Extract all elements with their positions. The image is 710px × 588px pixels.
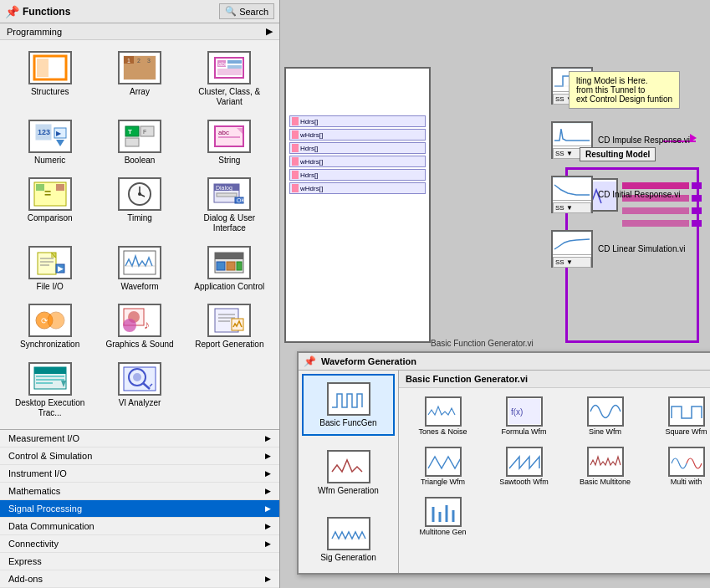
main-content: Hdrs[] wHdrs[] Hdrs[] wHdrs[] Hdrs[] wHd… [280,0,710,588]
wfm-item-wfm-generation[interactable]: Wfm Generation [302,442,395,503]
sidebar-item-report[interactable]: Report Generation [186,299,273,355]
sidebar-item-desktop[interactable]: Desktop Execution Trac... [7,358,93,423]
wfm-basic-multitone[interactable]: Basic Multitone [566,443,644,490]
tooltip-bubble: lting Model is Here. from this Tunnel to… [569,71,680,109]
wfm-item-basic-funcgen[interactable]: Basic FuncGen [302,374,395,436]
sidebar-item-numeric[interactable]: 123 ▶ Numeric [7,115,93,171]
sidebar-item-control-simulation[interactable]: Control & Simulation ▶ [0,447,279,465]
wfm-sine-wfm[interactable]: Sine Wfm [566,393,644,440]
wfm-formula-wfm[interactable]: f(x) Formula Wfm [485,393,563,440]
wfm-item-sig-generation[interactable]: Sig Generation [302,509,395,570]
svg-rect-9 [124,71,134,79]
cd-impulse-ss-label: SS ▼ [555,150,573,157]
boolean-label: Boolean [125,156,156,166]
appcontrol-icon-box [207,246,251,279]
basic-func-gen-label: Basic Function Generator.vi [431,339,534,348]
cd-linear-chart [553,232,591,255]
desktop-icon-box [28,362,72,396]
string-svg: abc [212,123,247,150]
cluster-label: Cluster, Class, & Variant [189,87,270,107]
programming-bar[interactable]: Programming ▶ [0,23,279,40]
sidebar-item-fileio[interactable]: ▶ File I/O [7,242,93,297]
mathematics-label: Mathematics [8,486,60,496]
tones-noise-icon [425,396,462,427]
wfm-multi-with[interactable]: Multi with [647,443,710,490]
sidebar-item-signal-processing[interactable]: Signal Processing ▶ [0,500,279,518]
wfm-square-wfm[interactable]: Square Wfm [647,393,710,440]
wfm-multitone-gen[interactable]: Multitone Gen [404,493,482,540]
programming-label: Programming [7,27,62,37]
numeric-svg: 123 ▶ [33,123,68,150]
vianalyzer-label: VI Analyzer [119,398,161,408]
sidebar-item-measurement-io[interactable]: Measurement I/O ▶ [0,430,279,447]
sidebar-item-graphics[interactable]: ♪ Graphics & Sound [96,299,182,355]
sidebar-item-addons[interactable]: Add-ons ▶ [0,570,279,588]
wfm-triangle-wfm[interactable]: Triangle Wfm [404,443,482,490]
basic-multitone-svg [589,448,622,475]
sidebar-item-structures[interactable]: Structures [7,47,93,112]
sig-generation-svg [329,519,369,549]
fileio-svg: ▶ [33,249,68,276]
cd-initial-ss-label: SS ▼ [555,204,573,212]
sidebar-item-comparison[interactable]: = Comparison [7,173,93,238]
cd-initial-icon: SS ▼ [551,176,593,213]
string-icon-box: abc [207,120,251,153]
svg-marker-23 [56,140,64,146]
pin-icon: 📌 [5,5,19,18]
cluster-icon-box: abc [207,51,251,84]
fileio-label: File I/O [37,282,64,292]
search-button[interactable]: 🔍 Search [219,3,274,19]
svg-rect-62 [217,262,225,270]
wfm-tones-noise[interactable]: Tones & Noise [404,393,482,440]
sync-icon-box: ⟳ [28,304,72,337]
sidebar-items: Measurement I/O ▶ Control & Simulation ▶… [0,429,279,588]
svg-rect-33 [218,136,240,138]
cd-linear-ss-label: SS ▼ [555,258,573,266]
sidebar-item-appcontrol[interactable]: Application Control [186,242,273,297]
sidebar-item-waveform[interactable]: Waveform [96,242,182,297]
svg-text:f(x): f(x) [511,407,523,417]
sidebar-item-vianalyzer[interactable]: VI Analyzer [96,358,182,423]
sine-wfm-label: Sine Wfm [589,428,621,437]
svg-text:T: T [128,128,132,135]
wfm-generation-label: Wfm Generation [318,486,379,495]
wfm-sawtooth-wfm[interactable]: Sawtooth Wfm [485,443,563,490]
sidebar-item-timing[interactable]: Timing [96,173,182,238]
sig-generation-label: Sig Generation [320,553,376,562]
cd-linear-icon: SS ▼ [551,230,593,268]
dialog-svg: Dialog OK [212,181,247,207]
sidebar-item-connectivity[interactable]: Connectivity ▶ [0,535,279,553]
svg-rect-8 [144,64,156,71]
sidebar-item-boolean[interactable]: T F Boolean [96,115,182,171]
hdrs-line-6: wHdrs[] [289,182,426,194]
svg-rect-78 [34,367,66,374]
sidebar-item-sync[interactable]: ⟳ Synchronization [7,299,93,355]
hdrs-line-1: Hdrs[] [289,115,426,127]
svg-rect-102 [671,399,702,424]
svg-rect-106 [671,449,702,474]
fileio-icon-box: ▶ [28,246,72,279]
sidebar-item-mathematics[interactable]: Mathematics ▶ [0,483,279,500]
cd-initial-chart [553,177,591,201]
svg-rect-93 [553,233,591,254]
instrument-io-label: Instrument I/O [8,468,67,478]
control-simulation-arrow: ▶ [265,452,271,460]
report-label: Report Generation [195,340,263,350]
svg-rect-101 [590,399,621,424]
hdrs-line-4: wHdrs[] [289,156,426,167]
sawtooth-wfm-svg [508,448,541,475]
sidebar-item-dialog[interactable]: Dialog OK Dialog & User Interface [186,173,273,238]
cd-linear-label: CD Linear Simulation.vi [598,244,686,253]
array-icon-box: 1 2 3 [118,51,161,84]
sidebar-item-instrument-io[interactable]: Instrument I/O ▶ [0,465,279,483]
waveform-label: Waveform [120,282,158,292]
structures-label: Structures [31,87,69,97]
sidebar-item-express[interactable]: Express [0,553,279,570]
wfm-generation-svg [329,452,369,482]
resulting-model-label: Resulting Model [585,150,650,159]
sidebar-item-data-communication[interactable]: Data Communication ▶ [0,518,279,535]
waveform-gen-window: 📌 Waveform Generation Basic FuncGen [297,351,710,575]
sidebar-item-array[interactable]: 1 2 3 Array [96,47,182,112]
sidebar-item-cluster[interactable]: abc Cluster, Class, & Variant [186,47,273,112]
sidebar-item-string[interactable]: abc String [186,115,273,171]
